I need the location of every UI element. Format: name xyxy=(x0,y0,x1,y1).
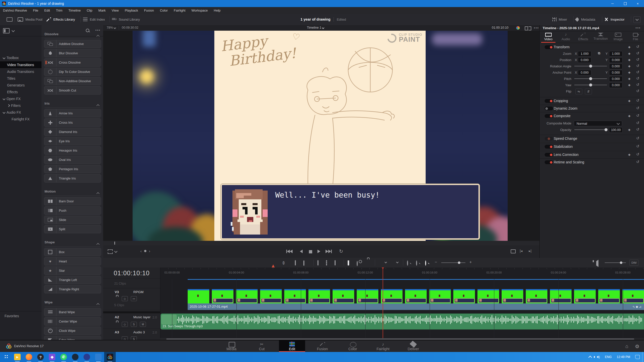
effect-item-triangle-right[interactable]: Triangle Right xyxy=(44,285,101,293)
timeline-selector[interactable]: Timeline 1 xyxy=(307,26,324,29)
yaw-field[interactable]: 0.000 xyxy=(609,82,623,88)
section-toggle[interactable] xyxy=(545,145,553,149)
project-manager-icon[interactable]: ⌂ xyxy=(625,343,628,349)
reset-icon[interactable]: ↺ xyxy=(636,152,639,156)
video-clip-thumbnail[interactable] xyxy=(188,289,209,303)
taskbar-app-app-question[interactable]: ? xyxy=(35,352,46,362)
audio-track-solo-button[interactable]: S xyxy=(131,322,137,327)
video-clip-thumbnail[interactable] xyxy=(260,289,282,303)
taskbar-app-whatsapp[interactable]: ✆ xyxy=(58,352,69,362)
keyframe-diamond-icon[interactable]: ◆ xyxy=(628,114,630,118)
search-icon[interactable] xyxy=(86,29,89,32)
video-clip-thumbnail[interactable] xyxy=(453,289,475,303)
replace-clip-icon[interactable] xyxy=(335,261,336,265)
keyframe-diamond-icon[interactable]: ◆ xyxy=(628,45,630,49)
inspector-tab-image[interactable]: Image xyxy=(609,31,627,43)
reset-icon[interactable]: ↺ xyxy=(636,127,639,131)
keyframe-diamond-icon[interactable]: ◆ xyxy=(628,128,630,131)
section-stabilization[interactable]: Stabilization↺ xyxy=(540,143,644,150)
audio-track-autoselect-icon[interactable]: ◇ xyxy=(122,322,128,327)
effect-item-non-additive-dissolve[interactable]: Non-Additive Dissolve xyxy=(44,77,101,85)
color-overlay-icon[interactable] xyxy=(516,26,520,30)
section-speed-change[interactable]: Speed Change↺ xyxy=(540,135,644,142)
keyframe-diamond-icon[interactable]: ◆ xyxy=(628,58,630,62)
effects-section-header[interactable]: Dissolve xyxy=(45,32,100,37)
composite-mode-select[interactable]: Normal xyxy=(574,121,622,126)
effect-item-smooth-cut[interactable]: Smooth Cut xyxy=(44,86,101,95)
reset-icon[interactable]: ↺ xyxy=(636,99,639,102)
effect-item-eye-iris[interactable]: Eye Iris xyxy=(44,137,101,145)
taskbar-app-file-explorer[interactable]: ▸ xyxy=(12,352,23,362)
position-x-field[interactable]: 0.000 xyxy=(578,57,591,63)
media-pool-button[interactable]: Media Pool xyxy=(18,14,43,25)
menu-mark[interactable]: Mark xyxy=(95,7,109,14)
reset-icon[interactable]: ↺ xyxy=(636,64,639,68)
video-clip-thumbnail[interactable] xyxy=(405,289,427,303)
video-track-lock-icon[interactable] xyxy=(113,296,119,301)
effect-item-heart[interactable]: ♥Heart xyxy=(44,257,101,265)
yaw-slider[interactable] xyxy=(574,85,607,85)
video-clip-thumbnail[interactable] xyxy=(429,289,451,303)
section-composite[interactable]: Composite◆↺ xyxy=(540,112,644,120)
record-dot-icon[interactable] xyxy=(144,250,146,252)
panel-options-icon[interactable]: ••• xyxy=(95,28,101,32)
effect-item-split[interactable]: Split xyxy=(44,225,101,233)
viewer-zoom-select[interactable]: 78% xyxy=(107,26,116,29)
effects-section-header[interactable]: Wipe xyxy=(45,300,100,305)
effect-item-box[interactable]: Box xyxy=(44,248,101,256)
menu-fairlight[interactable]: Fairlight xyxy=(171,7,188,14)
effect-item-diamond-iris[interactable]: Diamond Iris xyxy=(44,128,101,136)
reset-icon[interactable]: ↺ xyxy=(636,114,639,117)
zoom-custom-icon[interactable] xyxy=(425,261,426,265)
page-tab-fairlight[interactable]: Fairlight xyxy=(370,340,396,352)
section-toggle[interactable] xyxy=(545,107,553,110)
panel-layout-icon[interactable] xyxy=(3,28,10,33)
pitch-field[interactable]: 0.000 xyxy=(609,76,623,82)
menu-davinci-resolve[interactable]: DaVinci Resolve xyxy=(0,7,30,14)
zoom-y-field[interactable]: 1.000 xyxy=(609,51,623,57)
reset-icon[interactable]: ↺ xyxy=(636,144,639,148)
reset-icon[interactable]: ↺ xyxy=(636,136,639,140)
menu-color[interactable]: Color xyxy=(157,7,171,14)
page-tab-edit[interactable]: Edit xyxy=(279,340,305,352)
taskbar-app-app-blue[interactable] xyxy=(93,352,104,362)
menu-trim[interactable]: Trim xyxy=(53,7,66,14)
reset-icon[interactable]: ↺ xyxy=(636,121,639,125)
menu-help[interactable]: Help xyxy=(211,7,224,14)
zoom-detail-icon[interactable] xyxy=(416,261,417,265)
video-clip-thumbnail[interactable] xyxy=(308,289,330,303)
effect-item-oval-iris[interactable]: Oval Iris xyxy=(44,156,101,164)
effect-item-additive-dissolve[interactable]: Additive Dissolve xyxy=(44,40,101,48)
snapping-magnet-icon[interactable] xyxy=(348,260,349,265)
section-toggle[interactable] xyxy=(545,153,553,157)
menu-view[interactable]: View xyxy=(109,7,122,14)
section-retime-and-scaling[interactable]: Retime and Scaling↺ xyxy=(540,158,644,166)
zoom-x-field[interactable]: 1.000 xyxy=(578,51,591,57)
interface-toggle-button[interactable] xyxy=(7,14,13,25)
keyframe-diamond-icon[interactable]: ◆ xyxy=(628,71,630,74)
taskbar-app-app-purple[interactable]: ◆ xyxy=(46,352,58,362)
settings-gear-icon[interactable]: ⚙ xyxy=(635,343,639,349)
inspector-tab-video[interactable]: Video xyxy=(540,31,557,43)
region-select-icon[interactable] xyxy=(108,249,113,254)
position-y-field[interactable]: 0.000 xyxy=(609,57,623,63)
zoom-in-button[interactable]: + xyxy=(469,260,472,264)
edit-index-button[interactable]: Edit Index xyxy=(83,14,105,25)
section-cropping[interactable]: Cropping◆↺ xyxy=(540,97,644,105)
page-tab-media[interactable]: Media xyxy=(218,340,245,352)
viewer-video-area[interactable]: Happy Birthday! ♡ CLIP STUDIO PAINT xyxy=(103,31,539,241)
effect-item-blur-dissolve[interactable]: Blur Dissolve xyxy=(44,49,101,57)
effect-item-dip-to-color-dissolve[interactable]: Dip To Color Dissolve xyxy=(44,68,101,76)
menu-fusion[interactable]: Fusion xyxy=(141,7,157,14)
effect-item-cross-iris[interactable]: Cross Iris xyxy=(44,118,101,127)
rotation-angle-slider[interactable] xyxy=(574,66,607,66)
section-dynamic-zoom[interactable]: Dynamic Zoom↺ xyxy=(540,105,644,112)
effect-item-arrow-iris[interactable]: Arrow Iris xyxy=(44,109,101,117)
trim-edit-mode-icon[interactable]: ⟨|⟩ xyxy=(282,261,285,265)
keyframe-diamond-icon[interactable]: ◆ xyxy=(628,83,630,87)
opacity-slider[interactable] xyxy=(574,129,607,130)
audio-monitor-speaker-icon[interactable] xyxy=(596,261,598,266)
rotation-angle-field[interactable]: 0.000 xyxy=(609,64,623,69)
reset-icon[interactable]: ↺ xyxy=(636,70,639,74)
playhead[interactable] xyxy=(383,267,383,340)
